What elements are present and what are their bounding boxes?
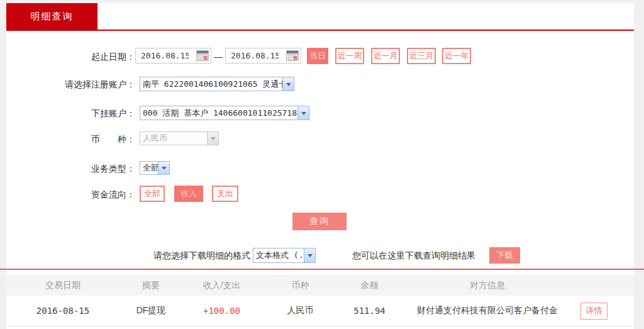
start-date-input[interactable] xyxy=(141,51,189,60)
start-date-field[interactable] xyxy=(135,48,211,64)
chevron-down-icon xyxy=(207,132,218,145)
fund-flow-expense-button[interactable]: 支出 xyxy=(212,186,238,202)
section-divider xyxy=(0,269,644,270)
table-header: 交易日期 摘要 收入/支出 币种 余额 对方信息 xyxy=(6,275,634,296)
cell-amount: +100.00 xyxy=(182,306,261,316)
tab-detail-query[interactable]: 明细查询 xyxy=(6,3,97,30)
download-hint-text: 您可以在这里下载查询明细结果 xyxy=(352,250,475,262)
quick-range-week-button[interactable]: 近一周 xyxy=(335,48,364,64)
sub-account-label: 下挂账户： xyxy=(6,108,135,120)
content-panel: 明细查询 起止日期： — xyxy=(6,3,634,329)
chevron-down-icon[interactable] xyxy=(297,106,309,120)
table-row: 2016-08-15 DF提现 +100.00 人民币 511.94 财付通支付… xyxy=(6,296,634,326)
header-currency: 币种 xyxy=(261,280,340,291)
quick-range-quarter-button[interactable]: 近三月 xyxy=(407,48,436,64)
business-type-value: 全部 xyxy=(143,162,158,174)
chevron-down-icon[interactable] xyxy=(158,162,169,174)
currency-label: 币 种： xyxy=(6,134,135,145)
cell-currency: 人民币 xyxy=(261,305,340,316)
detail-button[interactable]: 详情 xyxy=(580,303,608,320)
chevron-down-icon[interactable] xyxy=(304,248,315,262)
quick-range-month-button[interactable]: 近一月 xyxy=(371,48,400,64)
download-format-label: 请您选择下载明细的格式 xyxy=(6,250,250,262)
date-range-label: 起止日期： xyxy=(6,52,135,63)
quick-range-year-button[interactable]: 近一年 xyxy=(442,48,471,64)
cell-date: 2016-08-15 xyxy=(6,306,119,316)
fund-flow-income-button[interactable]: 收入 xyxy=(174,186,203,202)
tab-label: 明细查询 xyxy=(31,11,74,23)
download-button[interactable]: 下载 xyxy=(489,247,520,264)
calendar-icon[interactable] xyxy=(196,50,209,61)
cell-balance: 511.94 xyxy=(340,306,399,316)
calendar-icon[interactable] xyxy=(286,50,299,61)
end-date-field[interactable] xyxy=(225,48,301,64)
sub-account-value: 000 活期 基本户 1406600101102571848 xyxy=(143,108,297,119)
tab-bar: 明细查询 xyxy=(6,3,634,31)
register-account-label: 请选择注册账户： xyxy=(6,79,135,91)
cell-summary: DF提现 xyxy=(119,305,182,316)
business-type-label: 业务类型： xyxy=(6,164,135,175)
download-format-select[interactable]: 文本格式 (.txt) xyxy=(253,248,316,263)
query-button[interactable]: 查询 xyxy=(292,213,347,230)
chevron-down-icon[interactable] xyxy=(282,77,294,91)
currency-value: 人民币 xyxy=(143,133,207,144)
cell-counterparty: 财付通支付科技有限公司客户备付金 xyxy=(399,305,575,316)
end-date-input[interactable] xyxy=(231,51,279,60)
header-in-out: 收入/支出 xyxy=(182,280,261,291)
header-counterparty: 对方信息 xyxy=(399,280,575,291)
register-account-value: 南平 6222001406100921065 灵通卡 xyxy=(143,79,282,90)
quick-range-today-button[interactable]: 当日 xyxy=(307,48,328,64)
detail-query-page: 明细查询 起止日期： — xyxy=(0,0,644,329)
sub-account-select[interactable]: 000 活期 基本户 1406600101102571848 xyxy=(140,106,309,120)
register-account-select[interactable]: 南平 6222001406100921065 灵通卡 xyxy=(140,77,294,91)
currency-select: 人民币 xyxy=(140,131,219,145)
business-type-select[interactable]: 全部 xyxy=(140,161,170,175)
header-balance: 余额 xyxy=(340,280,399,291)
date-range-separator: — xyxy=(214,52,223,62)
header-summary: 摘要 xyxy=(119,280,182,291)
fund-flow-all-button[interactable]: 全部 xyxy=(140,186,165,202)
download-format-value: 文本格式 (.txt) xyxy=(256,250,304,261)
fund-flow-label: 资金流向： xyxy=(6,189,135,201)
header-date: 交易日期 xyxy=(6,280,119,291)
